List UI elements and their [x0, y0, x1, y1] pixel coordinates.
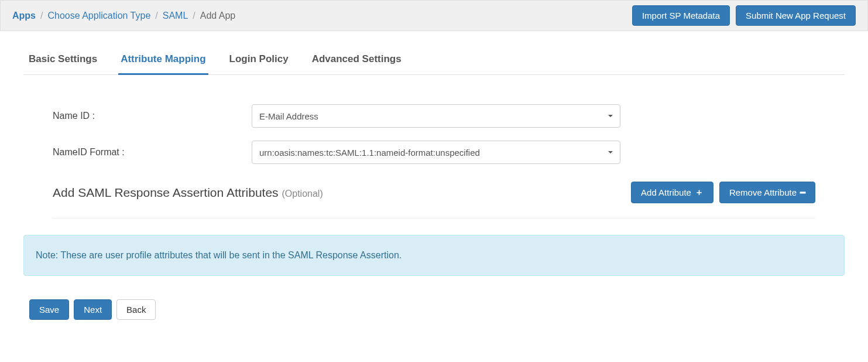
- header-actions: Import SP Metadata Submit New App Reques…: [632, 5, 856, 26]
- minus-icon: ━: [800, 187, 805, 198]
- add-attribute-label: Add Attribute: [641, 187, 691, 197]
- header-bar: Apps / Choose Application Type / SAML / …: [0, 0, 868, 31]
- save-button[interactable]: Save: [29, 299, 69, 320]
- nameid-format-select[interactable]: urn:oasis:names:tc:SAML:1.1:nameid-forma…: [252, 141, 620, 164]
- tab-attribute-mapping[interactable]: Attribute Mapping: [118, 43, 208, 75]
- breadcrumb-sep: /: [155, 11, 157, 21]
- bottom-actions: Save Next Back: [23, 299, 845, 320]
- breadcrumb-saml[interactable]: SAML: [163, 11, 188, 21]
- next-button[interactable]: Next: [74, 299, 112, 320]
- breadcrumb: Apps / Choose Application Type / SAML / …: [12, 11, 235, 21]
- assertion-optional: (Optional): [282, 189, 323, 199]
- breadcrumb-choose-type[interactable]: Choose Application Type: [47, 11, 150, 21]
- breadcrumb-apps[interactable]: Apps: [12, 11, 36, 21]
- breadcrumb-sep: /: [193, 11, 195, 21]
- tabs: Basic Settings Attribute Mapping Login P…: [23, 43, 845, 75]
- add-attribute-button[interactable]: Add Attribute ＋: [631, 182, 713, 203]
- assertion-section-title: Add SAML Response Assertion Attributes (…: [53, 186, 323, 200]
- remove-attribute-label: Remove Attribute: [729, 187, 797, 197]
- submit-request-button[interactable]: Submit New App Request: [736, 5, 856, 26]
- note-box: Note: These are user profile attributes …: [23, 235, 845, 276]
- assertion-actions: Add Attribute ＋ Remove Attribute ━: [631, 182, 815, 203]
- assertion-section-head: Add SAML Response Assertion Attributes (…: [53, 182, 815, 218]
- breadcrumb-sep: /: [40, 11, 43, 21]
- tab-basic-settings[interactable]: Basic Settings: [26, 43, 100, 75]
- name-id-select[interactable]: E-Mail Address: [252, 104, 620, 128]
- import-metadata-button[interactable]: Import SP Metadata: [632, 5, 730, 26]
- form-row-nameid-format: NameID Format : urn:oasis:names:tc:SAML:…: [53, 141, 815, 164]
- content: Basic Settings Attribute Mapping Login P…: [0, 31, 868, 337]
- assertion-title-text: Add SAML Response Assertion Attributes: [53, 186, 279, 199]
- breadcrumb-current: Add App: [200, 11, 236, 21]
- name-id-label: Name ID :: [53, 111, 252, 121]
- form-section: Name ID : E-Mail Address NameID Format :…: [23, 104, 845, 218]
- tab-advanced-settings[interactable]: Advanced Settings: [310, 43, 404, 75]
- back-button[interactable]: Back: [116, 299, 156, 320]
- form-row-name-id: Name ID : E-Mail Address: [53, 104, 815, 128]
- nameid-format-label: NameID Format :: [53, 147, 252, 158]
- tab-login-policy[interactable]: Login Policy: [227, 43, 291, 75]
- plus-icon: ＋: [695, 187, 704, 198]
- remove-attribute-button[interactable]: Remove Attribute ━: [719, 182, 815, 203]
